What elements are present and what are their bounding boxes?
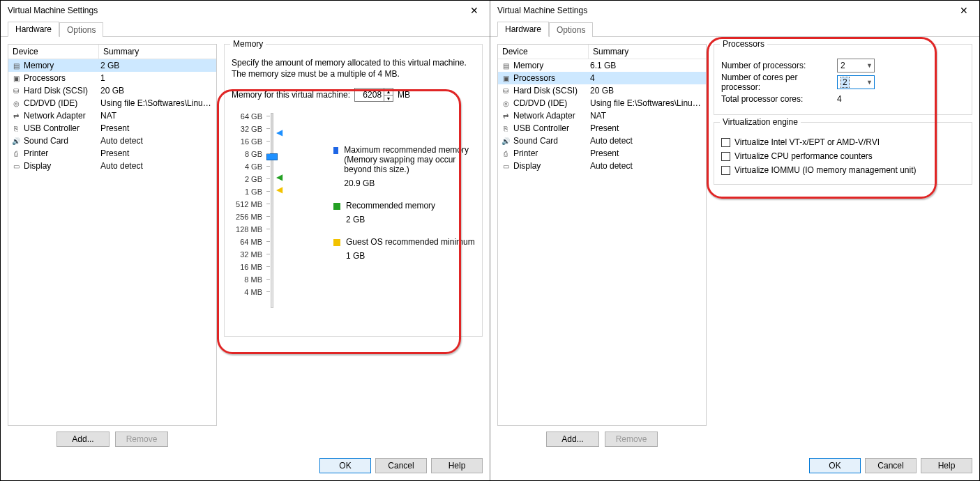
device-row-printer[interactable]: ⎙PrinterPresent [8, 147, 216, 160]
memory-legend: Memory [230, 39, 266, 49]
remove-button[interactable]: Remove [115, 432, 168, 447]
virt-perfcounters-row[interactable]: Virtualize CPU performance counters [721, 149, 965, 163]
col-summary[interactable]: Summary [589, 45, 706, 59]
device-summary: Present [99, 148, 213, 158]
slider-labels: 64 GB32 GB16 GB8 GB4 GB2 GB1 GB512 MB256… [232, 110, 262, 311]
device-row-hard-disk-scsi-[interactable]: ⛁Hard Disk (SCSI)20 GB [498, 84, 706, 97]
device-row-processors[interactable]: ▣Processors1 [8, 72, 216, 84]
device-name: Memory [24, 61, 54, 70]
device-row-processors[interactable]: ▣Processors4 [498, 72, 706, 84]
tab-hardware[interactable]: Hardware [8, 22, 59, 37]
blue-square-icon [333, 147, 338, 154]
close-icon[interactable]: ✕ [953, 3, 975, 17]
device-row-cd-dvd-ide-[interactable]: ◎CD/DVD (IDE)Using file E:\Softwares\Lin… [8, 97, 216, 109]
virt-iommu-label: Virtualize IOMMU (IO memory management u… [734, 165, 917, 175]
memory-slider-area: 64 GB32 GB16 GB8 GB4 GB2 GB1 GB512 MB256… [232, 110, 475, 311]
virt-vtx-label: Virtualize Intel VT-x/EPT or AMD-V/RVI [734, 137, 880, 147]
max-note: (Memory swapping may occur beyond this s… [344, 155, 475, 174]
usb-icon: ⎘ [501, 123, 511, 133]
num-processors-label: Number of processors: [721, 61, 833, 70]
device-name: Network Adapter [24, 111, 86, 121]
device-summary: NAT [589, 111, 703, 121]
device-summary: Using file E:\Softwares\Linux... [589, 98, 703, 108]
device-row-memory[interactable]: ▤Memory2 GB [8, 59, 216, 72]
help-button[interactable]: Help [431, 458, 483, 473]
tick-label: 1 GB [232, 185, 262, 198]
add-button[interactable]: Add... [56, 432, 110, 447]
memory-input[interactable] [358, 89, 383, 100]
device-summary: 20 GB [99, 86, 213, 96]
close-icon[interactable]: ✕ [463, 3, 485, 17]
printer-icon: ⎙ [501, 148, 511, 158]
device-row-network-adapter[interactable]: ⇄Network AdapterNAT [498, 109, 706, 122]
cancel-button[interactable]: Cancel [865, 458, 917, 473]
max-value: 20.9 GB [344, 178, 475, 188]
tick-label: 64 MB [232, 236, 262, 248]
device-buttons: Add... Remove [8, 426, 217, 447]
device-summary: 6.1 GB [589, 61, 703, 70]
tab-options[interactable]: Options [549, 22, 593, 37]
device-row-display[interactable]: ▭DisplayAuto detect [8, 160, 216, 172]
footer: OK Cancel Help [490, 454, 979, 480]
device-name: Processors [513, 73, 555, 83]
device-row-printer[interactable]: ⎙PrinterPresent [498, 147, 706, 160]
device-row-memory[interactable]: ▤Memory6.1 GB [498, 59, 706, 72]
processors-groupbox: Processors Number of processors: 2 ▼ Num… [714, 44, 972, 115]
memory-spinner[interactable]: ▲▼ [354, 88, 393, 102]
num-processors-row: Number of processors: 2 ▼ [721, 57, 965, 74]
memory-icon: ▤ [501, 61, 511, 70]
memory-icon: ▤ [11, 61, 21, 70]
tabbar: Hardware Options [490, 20, 979, 37]
memory-groupbox: Memory Specify the amount of memory allo… [224, 44, 483, 337]
device-row-network-adapter[interactable]: ⇄Network AdapterNAT [8, 109, 216, 122]
col-device[interactable]: Device [498, 45, 589, 59]
footer: OK Cancel Help [1, 454, 490, 480]
checkbox-icon[interactable] [721, 138, 730, 147]
slider-thumb[interactable] [266, 153, 278, 160]
device-row-cd-dvd-ide-[interactable]: ◎CD/DVD (IDE)Using file E:\Softwares\Lin… [498, 97, 706, 109]
device-name: Printer [24, 148, 48, 158]
num-processors-combo[interactable]: 2 ▼ [837, 59, 875, 72]
device-list: Device Summary ▤Memory2 GB▣Processors1⛁H… [8, 44, 217, 426]
checkbox-icon[interactable] [721, 152, 730, 161]
device-row-sound-card[interactable]: 🔊Sound CardAuto detect [498, 135, 706, 147]
device-row-hard-disk-scsi-[interactable]: ⛁Hard Disk (SCSI)20 GB [8, 84, 216, 97]
device-name: CD/DVD (IDE) [24, 98, 77, 108]
cores-combo[interactable]: 2 ▼ [837, 75, 875, 89]
device-row-usb-controller[interactable]: ⎘USB ControllerPresent [498, 122, 706, 135]
tick-label: 8 MB [232, 273, 262, 286]
virt-iommu-row[interactable]: Virtualize IOMMU (IO memory management u… [721, 163, 965, 177]
device-summary: 4 [589, 73, 703, 83]
tick-label: 32 GB [232, 123, 262, 135]
spinner-arrows[interactable]: ▲▼ [384, 89, 393, 101]
ok-button[interactable]: OK [809, 458, 861, 473]
device-panel: Device Summary ▤Memory2 GB▣Processors1⛁H… [8, 44, 217, 447]
cancel-button[interactable]: Cancel [375, 458, 427, 473]
device-row-sound-card[interactable]: 🔊Sound CardAuto detect [8, 135, 216, 147]
cd-icon: ◎ [11, 98, 21, 108]
device-row-display[interactable]: ▭DisplayAuto detect [498, 160, 706, 172]
sound-icon: 🔊 [501, 136, 511, 146]
virtualization-legend: Virtualization engine [720, 117, 801, 127]
total-cores-row: Total processor cores: 4 [721, 91, 965, 107]
device-row-usb-controller[interactable]: ⎘USB ControllerPresent [8, 122, 216, 135]
tab-hardware[interactable]: Hardware [497, 22, 549, 37]
window-title: Virtual Machine Settings [497, 6, 953, 15]
device-summary: 1 [99, 73, 213, 83]
slider-rail[interactable]: ◀ ◀ ◀ [266, 110, 280, 311]
add-button[interactable]: Add... [546, 432, 599, 447]
virt-perfcounters-label: Virtualize CPU performance counters [734, 151, 873, 161]
col-summary[interactable]: Summary [99, 45, 216, 59]
help-button[interactable]: Help [921, 458, 972, 473]
tab-options[interactable]: Options [59, 22, 103, 37]
ok-button[interactable]: OK [319, 458, 371, 473]
remove-button[interactable]: Remove [605, 432, 658, 447]
col-device[interactable]: Device [8, 45, 99, 59]
cpu-icon: ▣ [11, 73, 21, 83]
rec-value: 2 GB [346, 215, 435, 224]
min-label: Guest OS recommended minimum [346, 237, 475, 247]
tick-label: 2 GB [232, 173, 262, 185]
virt-vtx-row[interactable]: Virtualize Intel VT-x/EPT or AMD-V/RVI [721, 135, 965, 149]
display-icon: ▭ [501, 161, 511, 171]
checkbox-icon[interactable] [721, 166, 730, 175]
